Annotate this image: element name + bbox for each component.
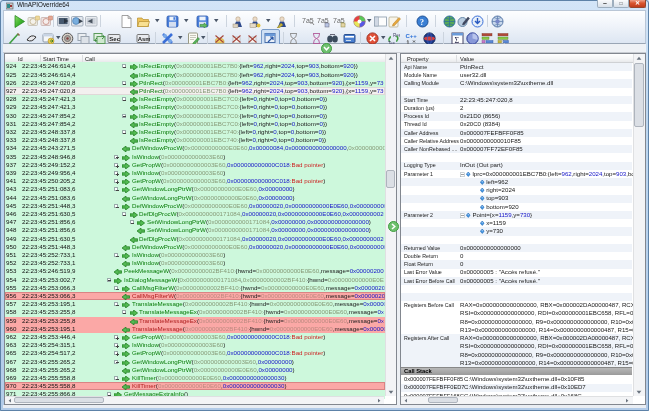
svg-text:Asm: Asm (138, 36, 150, 42)
svg-text:?: ? (420, 18, 424, 27)
svg-text:Sec: Sec (109, 36, 120, 42)
svg-text:Res: Res (393, 33, 400, 38)
